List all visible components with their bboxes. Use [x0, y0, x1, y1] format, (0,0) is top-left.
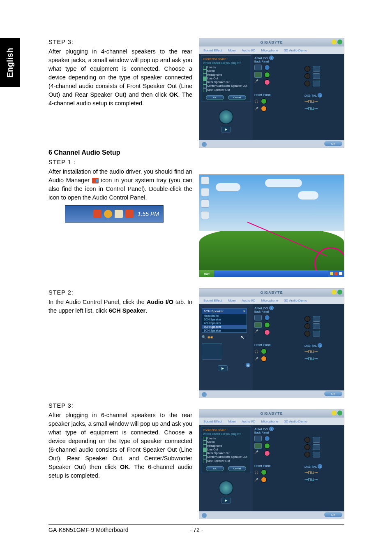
- device-lineout[interactable]: Line Out: [203, 448, 249, 451]
- gear-icon[interactable]: [202, 142, 207, 147]
- front-jack-orange[interactable]: [261, 106, 267, 111]
- shot-ok-button[interactable]: OK: [324, 391, 342, 396]
- device-linein[interactable]: Line In: [203, 65, 249, 69]
- shot-ok-button[interactable]: OK: [324, 512, 342, 517]
- jack-black3[interactable]: [304, 452, 310, 457]
- dd-option-2ch[interactable]: 2CH Speaker: [202, 318, 247, 321]
- shot-ok-button[interactable]: OK: [324, 141, 342, 146]
- tab-audio-io[interactable]: Audio I/O: [242, 299, 255, 302]
- jack-blue[interactable]: [264, 315, 270, 320]
- popup-cancel-button[interactable]: Cancel: [228, 95, 246, 100]
- step1-block: STEP 1 : After installation of the audio…: [48, 158, 192, 223]
- device-rear[interactable]: Rear Speaker Out: [203, 80, 249, 84]
- tab-microphone[interactable]: Microphone: [261, 49, 279, 52]
- close-icon[interactable]: [337, 411, 342, 415]
- tab-mixer[interactable]: Mixer: [228, 49, 236, 52]
- play-button[interactable]: ▶: [218, 365, 228, 371]
- desktop-icon[interactable]: [201, 200, 209, 208]
- dd-option-headphone[interactable]: Headphone: [202, 314, 247, 318]
- close-icon[interactable]: [337, 290, 342, 295]
- dd-option-6ch[interactable]: 6CH Speaker: [202, 325, 247, 329]
- screenshot-audio-panel-6ch: GIGABYTE Sound Effect Mixer Audio I/O Mi…: [199, 409, 344, 519]
- device-micin[interactable]: Mic In: [203, 69, 249, 73]
- gear-icon[interactable]: [202, 513, 207, 518]
- tab-mixer[interactable]: Mixer: [228, 420, 236, 423]
- device-center[interactable]: Center/Subwoofer Speaker Out: [203, 455, 249, 459]
- popup-ok-button[interactable]: OK: [206, 95, 224, 100]
- front-jack-green[interactable]: [261, 469, 267, 475]
- device-lineout[interactable]: Line Out: [203, 77, 249, 80]
- play-button[interactable]: ▶: [221, 498, 231, 504]
- device-side[interactable]: Side Speaker Out: [203, 459, 249, 463]
- jack-black2[interactable]: [304, 323, 310, 329]
- info-icon[interactable]: i: [318, 343, 322, 348]
- tab-audio-io[interactable]: Audio I/O: [242, 49, 255, 52]
- front-jack-green[interactable]: [261, 348, 267, 354]
- minimize-icon[interactable]: [332, 290, 337, 295]
- device-headphone[interactable]: Headphone: [203, 444, 249, 448]
- tab-microphone[interactable]: Microphone: [261, 420, 279, 423]
- info-icon[interactable]: i: [318, 93, 322, 97]
- device-side[interactable]: Side Speaker Out: [203, 88, 249, 92]
- jack-green[interactable]: [264, 72, 270, 78]
- tab-audio-io[interactable]: Audio I/O: [242, 420, 255, 423]
- jack-pink[interactable]: [264, 79, 270, 85]
- popup-cancel-button[interactable]: Cancel: [228, 466, 246, 471]
- tray-icon[interactable]: [330, 272, 333, 275]
- info-icon[interactable]: i: [269, 56, 274, 60]
- desktop-icon[interactable]: [201, 211, 209, 219]
- device-rear[interactable]: Rear Speaker Out: [203, 451, 249, 455]
- close-icon[interactable]: [337, 39, 342, 44]
- tab-3d-audio[interactable]: 3D Audio Demo: [284, 49, 307, 52]
- tab-sound-effect[interactable]: Sound Effect: [203, 299, 222, 302]
- gear-icon[interactable]: [202, 392, 207, 397]
- magnify-icon[interactable]: 🔍: [202, 335, 206, 339]
- device-linein[interactable]: Line In: [203, 436, 249, 440]
- minimize-icon[interactable]: [332, 39, 337, 44]
- front-jack-orange[interactable]: [261, 356, 267, 362]
- front-jack-orange[interactable]: [261, 477, 267, 483]
- jack-blue[interactable]: [264, 436, 270, 441]
- jack-black2[interactable]: [304, 444, 310, 450]
- minimize-icon[interactable]: [332, 411, 337, 415]
- start-button[interactable]: start: [199, 270, 214, 277]
- device-micin[interactable]: Mic In: [203, 440, 249, 444]
- jack-black3[interactable]: [304, 331, 310, 337]
- volume-knob[interactable]: ▶: [214, 109, 238, 134]
- desktop-icon[interactable]: [201, 176, 209, 185]
- speaker-config-dropdown[interactable]: 6CH Speaker▾ Headphone 2CH Speaker 4CH S…: [202, 308, 247, 333]
- jack-orange[interactable]: [304, 73, 310, 79]
- jack-black[interactable]: [304, 316, 310, 322]
- tab-3d-audio[interactable]: 3D Audio Demo: [284, 299, 307, 302]
- footer-model: GA-K8N51GMF-9 Motherboard: [48, 527, 129, 533]
- jack-grey[interactable]: [304, 81, 310, 86]
- info-icon[interactable]: i: [269, 306, 274, 310]
- tray-icon[interactable]: [334, 272, 338, 275]
- popup-ok-button[interactable]: OK: [206, 466, 224, 471]
- jack-pink[interactable]: [264, 450, 270, 456]
- jack-green[interactable]: [264, 322, 270, 328]
- dd-option-4ch[interactable]: 4CH Speaker: [202, 321, 247, 325]
- tab-sound-effect[interactable]: Sound Effect: [203, 420, 222, 423]
- dd-option-8ch[interactable]: 8CH Speaker: [202, 329, 247, 332]
- device-center[interactable]: Center/Subwoofer Speaker Out: [203, 84, 249, 88]
- info-icon[interactable]: i: [269, 427, 274, 431]
- device-headphone[interactable]: Headphone: [203, 73, 249, 77]
- desktop-icon[interactable]: [201, 188, 209, 196]
- tab-microphone[interactable]: Microphone: [261, 299, 279, 302]
- tab-mixer[interactable]: Mixer: [228, 299, 236, 302]
- jack-black[interactable]: [304, 437, 310, 443]
- play-button[interactable]: ▶: [221, 127, 231, 132]
- tab-sound-effect[interactable]: Sound Effect: [203, 49, 222, 52]
- front-jack-green[interactable]: [261, 98, 267, 104]
- jack-blue[interactable]: [264, 65, 270, 70]
- info-icon[interactable]: i: [318, 464, 322, 469]
- tab-3d-audio[interactable]: 3D Audio Demo: [284, 420, 307, 423]
- front-panel-label: Front Panel: [254, 343, 292, 347]
- jack-black[interactable]: [304, 66, 310, 72]
- volume-knob[interactable]: ▶: [214, 480, 238, 505]
- jack-pink[interactable]: [264, 330, 270, 335]
- jack-green[interactable]: [264, 443, 270, 449]
- settings-icon[interactable]: ⚙: [246, 363, 250, 367]
- tray-icon[interactable]: [339, 272, 342, 275]
